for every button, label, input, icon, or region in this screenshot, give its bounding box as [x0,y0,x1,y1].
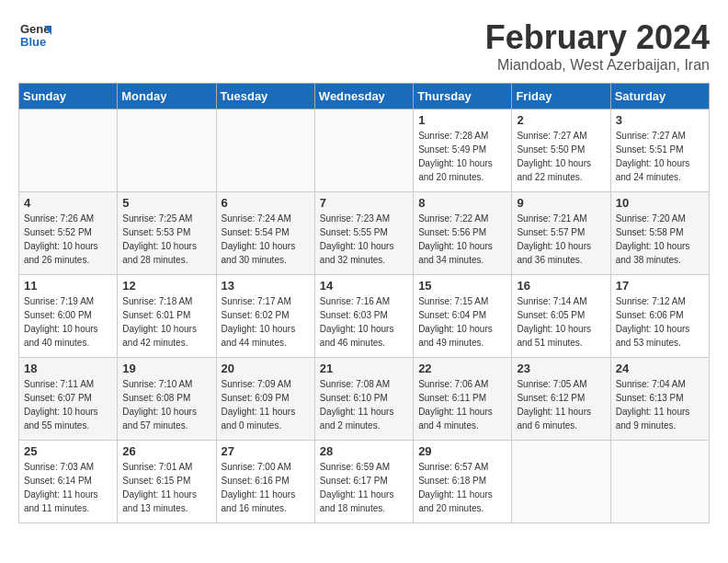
day-info: Sunrise: 7:24 AMSunset: 5:54 PMDaylight:… [222,212,310,267]
logo: General Blue [18,18,51,55]
day-info: Sunrise: 7:17 AMSunset: 6:02 PMDaylight:… [222,294,310,350]
calendar-cell: 2Sunrise: 7:27 AMSunset: 5:50 PMDaylight… [512,109,610,192]
day-info: Sunrise: 7:09 AMSunset: 6:09 PMDaylight:… [222,377,310,432]
calendar-week-row: 1Sunrise: 7:28 AMSunset: 5:49 PMDaylight… [19,109,710,192]
title-block: February 2024 Miandoab, West Azerbaijan,… [485,18,710,74]
day-info: Sunrise: 7:08 AMSunset: 6:10 PMDaylight:… [320,377,408,432]
calendar-cell: 29Sunrise: 6:57 AMSunset: 6:18 PMDayligh… [414,441,512,523]
calendar-cell: 12Sunrise: 7:18 AMSunset: 6:01 PMDayligh… [118,275,216,358]
day-info: Sunrise: 6:59 AMSunset: 6:17 PMDaylight:… [320,460,408,515]
calendar-week-row: 4Sunrise: 7:26 AMSunset: 5:52 PMDaylight… [19,192,710,275]
day-number: 24 [616,362,704,375]
calendar-cell: 21Sunrise: 7:08 AMSunset: 6:10 PMDayligh… [314,358,413,441]
day-number: 14 [320,279,408,293]
day-number: 29 [418,444,506,458]
day-number: 23 [517,362,605,375]
month-year-title: February 2024 [485,18,710,57]
calendar-cell: 20Sunrise: 7:09 AMSunset: 6:09 PMDayligh… [216,358,314,441]
day-number: 28 [320,444,408,458]
calendar-cell: 19Sunrise: 7:10 AMSunset: 6:08 PMDayligh… [118,358,216,441]
calendar-cell: 15Sunrise: 7:15 AMSunset: 6:04 PMDayligh… [414,275,512,358]
day-info: Sunrise: 7:12 AMSunset: 6:06 PMDaylight:… [616,294,704,350]
day-number: 17 [616,279,704,293]
calendar-cell: 4Sunrise: 7:26 AMSunset: 5:52 PMDaylight… [19,192,118,275]
day-of-week-header: Tuesday [216,84,314,109]
day-number: 11 [24,279,112,293]
calendar-week-row: 11Sunrise: 7:19 AMSunset: 6:00 PMDayligh… [19,275,710,358]
day-number: 10 [616,196,704,210]
day-number: 12 [122,279,210,293]
calendar-cell: 7Sunrise: 7:23 AMSunset: 5:55 PMDaylight… [314,192,413,275]
day-number: 26 [122,444,210,458]
day-number: 13 [222,279,310,293]
day-info: Sunrise: 7:06 AMSunset: 6:11 PMDaylight:… [418,377,506,432]
day-info: Sunrise: 7:11 AMSunset: 6:07 PMDaylight:… [24,377,112,432]
calendar-cell: 11Sunrise: 7:19 AMSunset: 6:00 PMDayligh… [19,275,118,358]
day-info: Sunrise: 7:28 AMSunset: 5:49 PMDaylight:… [418,129,506,184]
day-of-week-header: Saturday [610,84,709,109]
calendar-cell: 5Sunrise: 7:25 AMSunset: 5:53 PMDaylight… [118,192,216,275]
day-number: 16 [517,279,605,293]
day-number: 15 [418,279,506,293]
calendar-cell: 14Sunrise: 7:16 AMSunset: 6:03 PMDayligh… [314,275,413,358]
day-number: 9 [517,196,605,210]
day-info: Sunrise: 7:23 AMSunset: 5:55 PMDaylight:… [320,212,408,267]
logo-mark: General Blue [18,18,51,55]
calendar-cell: 13Sunrise: 7:17 AMSunset: 6:02 PMDayligh… [216,275,314,358]
calendar-cell: 27Sunrise: 7:00 AMSunset: 6:16 PMDayligh… [216,441,314,523]
calendar-cell: 17Sunrise: 7:12 AMSunset: 6:06 PMDayligh… [610,275,709,358]
day-info: Sunrise: 7:10 AMSunset: 6:08 PMDaylight:… [122,377,210,432]
day-number: 27 [222,444,310,458]
day-info: Sunrise: 7:27 AMSunset: 5:50 PMDaylight:… [517,129,605,184]
day-info: Sunrise: 7:05 AMSunset: 6:12 PMDaylight:… [517,377,605,432]
day-number: 19 [122,362,210,375]
day-info: Sunrise: 7:18 AMSunset: 6:01 PMDaylight:… [122,294,210,350]
svg-text:Blue: Blue [20,35,46,49]
calendar-cell: 10Sunrise: 7:20 AMSunset: 5:58 PMDayligh… [610,192,709,275]
calendar-cell: 6Sunrise: 7:24 AMSunset: 5:54 PMDaylight… [216,192,314,275]
day-number: 2 [517,113,605,127]
calendar-week-row: 18Sunrise: 7:11 AMSunset: 6:07 PMDayligh… [19,358,710,441]
day-info: Sunrise: 7:01 AMSunset: 6:15 PMDaylight:… [122,460,210,515]
calendar-cell: 16Sunrise: 7:14 AMSunset: 6:05 PMDayligh… [512,275,610,358]
day-info: Sunrise: 7:19 AMSunset: 6:00 PMDaylight:… [24,294,112,350]
day-number: 20 [222,362,310,375]
day-info: Sunrise: 7:27 AMSunset: 5:51 PMDaylight:… [616,129,704,184]
day-number: 6 [222,196,310,210]
calendar-cell [19,109,118,192]
calendar-cell [118,109,216,192]
day-info: Sunrise: 7:15 AMSunset: 6:04 PMDaylight:… [418,294,506,350]
calendar-header-row: SundayMondayTuesdayWednesdayThursdayFrid… [19,84,710,109]
day-info: Sunrise: 7:26 AMSunset: 5:52 PMDaylight:… [24,212,112,267]
day-number: 21 [320,362,408,375]
day-of-week-header: Thursday [414,84,512,109]
day-of-week-header: Sunday [19,84,118,109]
day-info: Sunrise: 7:03 AMSunset: 6:14 PMDaylight:… [24,460,112,515]
day-number: 5 [122,196,210,210]
calendar-cell: 18Sunrise: 7:11 AMSunset: 6:07 PMDayligh… [19,358,118,441]
day-number: 8 [418,196,506,210]
day-info: Sunrise: 7:14 AMSunset: 6:05 PMDaylight:… [517,294,605,350]
day-number: 4 [24,196,112,210]
calendar-week-row: 25Sunrise: 7:03 AMSunset: 6:14 PMDayligh… [19,441,710,523]
calendar-body: 1Sunrise: 7:28 AMSunset: 5:49 PMDaylight… [19,109,710,523]
calendar-cell: 23Sunrise: 7:05 AMSunset: 6:12 PMDayligh… [512,358,610,441]
calendar-cell: 1Sunrise: 7:28 AMSunset: 5:49 PMDaylight… [414,109,512,192]
day-of-week-header: Monday [118,84,216,109]
calendar-cell: 22Sunrise: 7:06 AMSunset: 6:11 PMDayligh… [414,358,512,441]
day-info: Sunrise: 7:25 AMSunset: 5:53 PMDaylight:… [122,212,210,267]
day-info: Sunrise: 7:22 AMSunset: 5:56 PMDaylight:… [418,212,506,267]
calendar-cell: 26Sunrise: 7:01 AMSunset: 6:15 PMDayligh… [118,441,216,523]
calendar-cell: 9Sunrise: 7:21 AMSunset: 5:57 PMDaylight… [512,192,610,275]
day-of-week-header: Wednesday [314,84,413,109]
day-info: Sunrise: 6:57 AMSunset: 6:18 PMDaylight:… [418,460,506,515]
day-info: Sunrise: 7:21 AMSunset: 5:57 PMDaylight:… [517,212,605,267]
day-number: 18 [24,362,112,375]
calendar-cell [512,441,610,523]
day-number: 3 [616,113,704,127]
day-number: 7 [320,196,408,210]
location-subtitle: Miandoab, West Azerbaijan, Iran [485,57,710,74]
calendar-cell: 8Sunrise: 7:22 AMSunset: 5:56 PMDaylight… [414,192,512,275]
day-number: 1 [418,113,506,127]
calendar-cell: 28Sunrise: 6:59 AMSunset: 6:17 PMDayligh… [314,441,413,523]
